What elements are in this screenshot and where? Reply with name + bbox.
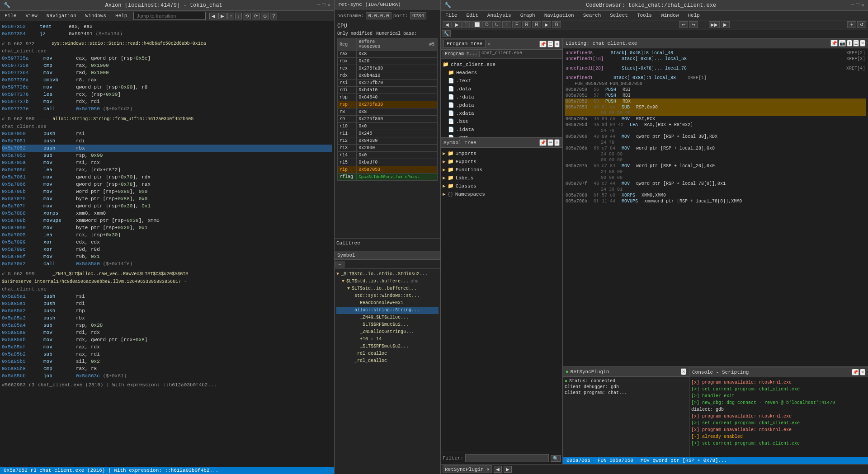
tree-item-crt[interactable]: 📄.CRT bbox=[443, 134, 561, 137]
nav-btn1[interactable]: ↑ bbox=[227, 13, 234, 19]
axion-minimize[interactable]: ─ bbox=[317, 2, 320, 9]
sym-item[interactable]: alloc::string::String... bbox=[336, 307, 439, 314]
sym-item[interactable]: ▼$LT$std..io..buffere...cha bbox=[336, 278, 439, 285]
cb-menu-search[interactable]: Search bbox=[580, 12, 604, 19]
menu-navigation[interactable]: Navigation bbox=[44, 12, 79, 19]
lst-menu[interactable]: ☰ bbox=[853, 40, 859, 47]
tb-step[interactable]: ▶▶ bbox=[709, 21, 720, 28]
lst-export[interactable]: ⬆ bbox=[847, 40, 852, 47]
cb-menu-window[interactable]: Window bbox=[658, 12, 682, 19]
sym-functions[interactable]: ▶📁Functions bbox=[443, 166, 561, 174]
cb-menu-select[interactable]: Select bbox=[607, 12, 631, 19]
nav-btn3[interactable]: ⟲ bbox=[243, 13, 251, 19]
tb-run[interactable]: ▶ bbox=[721, 21, 730, 28]
sym-item[interactable]: _$LT$$RF$mut$u2... bbox=[336, 343, 439, 350]
tb-btn7[interactable]: R bbox=[522, 21, 531, 28]
tb-forward[interactable]: ▶ bbox=[453, 21, 462, 28]
program-tree-tab-close[interactable]: ✕ bbox=[487, 41, 491, 47]
tb-btn2[interactable]: ⬜ bbox=[472, 21, 481, 28]
menu-file[interactable]: File bbox=[2, 12, 19, 19]
tree-item-headers[interactable]: 📁Headers bbox=[443, 69, 561, 77]
sym-item[interactable]: ▼$LT$std..io..buffered... bbox=[336, 285, 439, 292]
nav-btn6[interactable]: ? bbox=[270, 13, 277, 19]
retsync-close[interactable]: ✕ bbox=[681, 368, 686, 375]
menu-view[interactable]: View bbox=[23, 12, 40, 19]
tb-sync[interactable]: ↺ bbox=[857, 21, 866, 28]
nav-btn4[interactable]: ⟳ bbox=[252, 13, 260, 19]
sym-item[interactable]: ReadConsoleW+0x1 bbox=[336, 300, 439, 307]
sym-exports[interactable]: ▶📁Exports bbox=[443, 158, 561, 166]
tb-undo[interactable]: ↩ bbox=[679, 21, 688, 28]
sym-item[interactable]: +10 ↕ 14 bbox=[336, 336, 439, 343]
tree-item-rdata[interactable]: 📄.rdata bbox=[443, 93, 561, 101]
sym-imports[interactable]: ▶📁Imports bbox=[443, 150, 561, 158]
nav-back[interactable]: ◀ bbox=[209, 13, 217, 19]
cb-close[interactable]: ✕ bbox=[861, 2, 864, 9]
tb-redo[interactable]: ↪ bbox=[689, 21, 698, 28]
sym-item[interactable]: _$LT$$RF$mut$u2... bbox=[336, 321, 439, 329]
tb-btn3[interactable]: D bbox=[482, 21, 491, 28]
program-tree-tab[interactable]: Program Tree bbox=[443, 40, 486, 48]
nav-btn2[interactable]: ↓ bbox=[235, 13, 242, 19]
lst-pin[interactable]: 📌 bbox=[830, 40, 838, 47]
axion-maximize[interactable]: □ bbox=[322, 2, 326, 9]
pt-tab-program[interactable]: Program T... bbox=[443, 51, 480, 57]
con-pin[interactable]: 📌 bbox=[852, 369, 859, 375]
sym-item[interactable]: _ZN5alloc6string6... bbox=[336, 329, 439, 336]
cb-menu-edit[interactable]: Edit bbox=[463, 12, 481, 19]
cb-menu-tools[interactable]: Tools bbox=[634, 12, 655, 19]
cb-menu-help[interactable]: Help bbox=[685, 12, 703, 19]
sym-classes[interactable]: ▶📁Classes bbox=[443, 182, 561, 190]
tb-btn5[interactable]: L bbox=[502, 21, 511, 28]
st-menu[interactable]: ☰ bbox=[547, 139, 553, 146]
jump-to-transition-input[interactable] bbox=[133, 12, 206, 20]
sym-nav-left[interactable]: ← bbox=[335, 261, 344, 268]
lst-cam[interactable]: 📷 bbox=[839, 40, 846, 47]
sym-item[interactable]: std::sys::windows::st... bbox=[336, 292, 439, 300]
pt-close[interactable]: ✕ bbox=[554, 41, 560, 47]
tb-back[interactable]: ◀ bbox=[443, 21, 452, 28]
menu-windows[interactable]: Windows bbox=[83, 12, 109, 19]
sym-labels[interactable]: ▶📁Labels bbox=[443, 174, 561, 182]
pt-menu[interactable]: ☰ bbox=[547, 41, 553, 47]
cb-minimize[interactable]: ─ bbox=[851, 2, 854, 9]
tb-btn10[interactable]: B bbox=[552, 21, 561, 28]
st-pin[interactable]: 📌 bbox=[539, 139, 547, 146]
retsync-nav-right[interactable]: ▶ bbox=[504, 466, 512, 473]
cb-menu-graph[interactable]: Graph bbox=[518, 12, 538, 19]
axion-close[interactable]: ✕ bbox=[327, 2, 330, 9]
filter-input[interactable] bbox=[465, 454, 549, 462]
con-close[interactable]: ✕ bbox=[860, 369, 865, 375]
nav-forward[interactable]: ▶ bbox=[218, 13, 226, 19]
retsync-plugin-tab[interactable]: ● RetSyncPlugin bbox=[566, 369, 609, 375]
tree-item-idata[interactable]: 📄.idata bbox=[443, 126, 561, 134]
cb-menu-file[interactable]: File bbox=[443, 12, 460, 19]
sym-item[interactable]: _rdl_dealloc bbox=[336, 357, 439, 365]
pt-pin[interactable]: 📌 bbox=[539, 41, 547, 47]
tb-btn8[interactable]: R bbox=[532, 21, 541, 28]
tree-item-data[interactable]: 📄.data bbox=[443, 85, 561, 93]
sym-item[interactable]: _ZN49_$LT$alloc... bbox=[336, 314, 439, 321]
cb-menu-navigation[interactable]: Navigation bbox=[542, 12, 577, 19]
retsync-tab[interactable]: RetSyncPlugin ✕ bbox=[443, 465, 492, 473]
cb-maximize[interactable]: □ bbox=[856, 2, 859, 9]
tree-item-bss[interactable]: 📄.bss bbox=[443, 117, 561, 126]
menu-help[interactable]: Help bbox=[113, 12, 130, 19]
st-close[interactable]: ✕ bbox=[554, 139, 560, 146]
tb-add[interactable]: + bbox=[847, 21, 856, 28]
lst-close[interactable]: ✕ bbox=[860, 40, 865, 47]
tb-btn6[interactable]: F bbox=[512, 21, 521, 28]
sym-item[interactable]: _rdl_dealloc bbox=[336, 350, 439, 357]
tree-item-text[interactable]: 📄.text bbox=[443, 77, 561, 85]
tree-item-pdata[interactable]: 📄.pdata bbox=[443, 101, 561, 109]
tb-extra[interactable]: 🔧 bbox=[442, 30, 451, 37]
tree-item-xdata[interactable]: 📄.xdata bbox=[443, 109, 561, 117]
tb-btn4[interactable]: U bbox=[492, 21, 501, 28]
nav-btn5[interactable]: ⊙ bbox=[261, 13, 269, 19]
retsync-nav-left[interactable]: ◀ bbox=[494, 466, 502, 473]
sym-namespaces[interactable]: ▶{}Namespaces bbox=[443, 190, 561, 198]
tb-btn9[interactable]: ▶ bbox=[542, 21, 551, 28]
tree-item-exe[interactable]: 📁chat_client.exe bbox=[443, 61, 561, 69]
cb-menu-analysis[interactable]: Analysis bbox=[485, 12, 514, 19]
filter-btn[interactable]: 🔍 bbox=[551, 455, 561, 462]
